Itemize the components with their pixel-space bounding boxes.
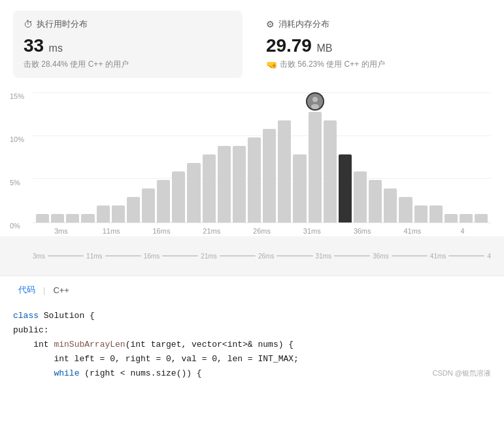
bar-11 — [203, 154, 216, 222]
mini-label-16ms: 16ms — [144, 253, 160, 260]
runtime-number: 33 — [24, 35, 44, 56]
mini-bar-8 — [448, 255, 484, 257]
runtime-title: ⏱ 执行用时分布 — [24, 18, 232, 30]
runtime-title-text: 执行用时分布 — [37, 18, 88, 30]
mini-bars-row: 3ms 11ms 16ms 21ms 26ms 31ms 36ms 41ms 4 — [33, 240, 491, 272]
mini-bar-1 — [48, 255, 84, 257]
bar-9 — [172, 171, 185, 222]
bar-27 — [445, 214, 458, 222]
code-line-1: class Solution { — [13, 309, 491, 323]
mini-label-26ms: 26ms — [258, 253, 274, 260]
bar-14 — [248, 137, 261, 222]
y-axis: 15% 10% 5% 0% — [10, 92, 24, 230]
kw-while: while — [54, 366, 79, 381]
mini-label-3ms: 3ms — [33, 253, 45, 260]
runtime-subtitle: 击败 28.44% 使用 C++ 的用户 — [24, 59, 232, 70]
code-indent-5 — [13, 366, 54, 381]
fn-name: minSubArrayLen — [54, 338, 125, 352]
bar-12 — [218, 146, 231, 222]
code-indent-3: int — [13, 338, 54, 352]
bar-22 — [369, 180, 382, 222]
memory-value: 29.79 MB — [266, 35, 475, 56]
mini-bar-4 — [220, 255, 256, 257]
runtime-unit: ms — [49, 43, 63, 54]
bar-29 — [475, 214, 488, 222]
memory-unit: MB — [316, 43, 332, 54]
code-vars: int left = 0, right = 0, val = 0, len = … — [13, 352, 299, 366]
page-wrapper: ⏱ 执行用时分布 33 ms 击败 28.44% 使用 C++ 的用户 ⚙ 消耗… — [0, 0, 504, 386]
mini-bar-6 — [334, 255, 370, 257]
mini-label-41ms: 41ms — [430, 253, 446, 260]
bar-3 — [81, 214, 94, 222]
bar-28 — [460, 214, 473, 222]
bar-24 — [399, 197, 412, 222]
memory-title-text: 消耗内存分布 — [278, 18, 329, 30]
mini-label-end: 4 — [487, 253, 491, 260]
x-label-21ms: 21ms — [186, 227, 237, 235]
code-while-cond: (right < nums.size()) { — [79, 366, 201, 381]
x-label-16ms: 16ms — [137, 227, 187, 235]
code-area: class Solution { public: int minSubArray… — [0, 304, 504, 386]
code-plain-1: Solution { — [39, 309, 95, 323]
watermark: CSDN @银氘溶液 — [433, 368, 491, 378]
code-line-4: int left = 0, right = 0, val = 0, len = … — [13, 352, 491, 366]
bar-1 — [51, 214, 64, 222]
x-label-31ms: 31ms — [287, 227, 337, 235]
code-params: (int target, vector<int>& nums) { — [126, 338, 294, 352]
tabs-row: 代码 | C++ — [0, 275, 504, 304]
memory-title: ⚙ 消耗内存分布 — [266, 18, 475, 30]
chart-grid — [33, 92, 491, 223]
mini-label-31ms: 31ms — [316, 253, 331, 260]
memory-number: 29.79 — [266, 35, 312, 56]
mini-chart-area[interactable]: 3ms 11ms 16ms 21ms 26ms 31ms 36ms 41ms 4 — [0, 236, 504, 275]
x-label-11ms: 11ms — [86, 227, 137, 235]
runtime-subtitle-text: 击败 28.44% 使用 C++ 的用户 — [24, 59, 129, 70]
code-line-5: while (right < nums.size()) { — [13, 366, 491, 381]
bar-23 — [384, 188, 397, 222]
x-label-3ms: 3ms — [36, 227, 86, 235]
bar-16 — [278, 120, 291, 222]
memory-subtitle: 🤜 击败 56.23% 使用 C++ 的用户 — [266, 59, 475, 70]
y-label-5: 5% — [10, 179, 24, 186]
bar-6 — [127, 197, 140, 222]
bar-0 — [36, 214, 49, 222]
bar-7 — [142, 188, 155, 222]
mini-label-21ms: 21ms — [201, 253, 216, 260]
runtime-card: ⏱ 执行用时分布 33 ms 击败 28.44% 使用 C++ 的用户 — [13, 10, 243, 78]
runtime-value: 33 ms — [24, 35, 232, 56]
code-public: public: — [13, 323, 49, 338]
memory-icon: ⚙ — [266, 19, 275, 29]
code-line-3: int minSubArrayLen(int target, vector<in… — [13, 338, 491, 352]
bar-2 — [66, 214, 79, 222]
bar-18 — [309, 112, 322, 222]
runtime-icon: ⏱ — [24, 19, 33, 29]
mini-bar-7 — [392, 255, 428, 257]
bar-17 — [293, 154, 306, 222]
y-label-15: 15% — [10, 92, 24, 100]
code-line-2: public: — [13, 323, 491, 338]
y-label-0: 0% — [10, 222, 24, 230]
top-section: ⏱ 执行用时分布 33 ms 击败 28.44% 使用 C++ 的用户 ⚙ 消耗… — [0, 0, 504, 86]
bar-21 — [354, 171, 367, 222]
mini-bar-3 — [162, 255, 198, 257]
kw-class: class — [13, 309, 39, 323]
tab-divider: | — [43, 285, 45, 295]
y-label-10: 10% — [10, 135, 24, 143]
x-label-36ms: 36ms — [337, 227, 388, 235]
bars-container — [33, 92, 491, 222]
bar-8 — [157, 180, 170, 222]
bar-26 — [429, 205, 443, 222]
bar-25 — [414, 205, 428, 222]
chart-area: 15% 10% 5% 0% 3ms 11ms 16ms 21ms 26ms — [0, 86, 504, 236]
mini-label-36ms: 36ms — [373, 253, 388, 260]
tab-cpp[interactable]: C++ — [48, 283, 75, 298]
x-axis: 3ms 11ms 16ms 21ms 26ms 31ms 36ms 41ms 4 — [33, 223, 491, 235]
bar-15 — [263, 129, 276, 222]
memory-subtitle-text: 击败 56.23% 使用 C++ 的用户 — [280, 59, 385, 70]
mini-label-11ms: 11ms — [86, 253, 102, 260]
bar-13 — [233, 146, 246, 222]
bar-19 — [324, 120, 337, 222]
mini-bar-5 — [277, 255, 312, 257]
bar-20 — [339, 154, 352, 222]
tab-code[interactable]: 代码 — [13, 281, 41, 298]
